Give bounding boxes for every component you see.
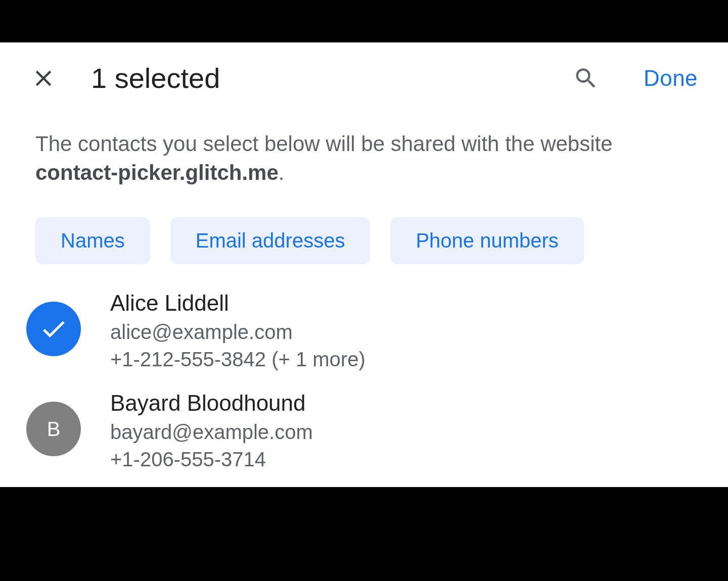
close-icon[interactable] [30, 65, 57, 91]
property-chips: Names Email addresses Phone numbers [0, 187, 728, 264]
chip-names[interactable]: Names [35, 217, 150, 264]
avatar-selected [26, 302, 81, 356]
contact-info: Bayard Bloodhound bayard@example.com +1-… [110, 391, 313, 472]
search-icon[interactable] [573, 65, 599, 91]
contact-info: Alice Liddell alice@example.com +1-212-5… [110, 290, 366, 372]
selection-count-title: 1 selected [91, 62, 549, 94]
done-button[interactable]: Done [644, 66, 698, 91]
contact-email: alice@example.com [110, 319, 366, 345]
contact-name: Bayard Bloodhound [110, 391, 313, 416]
contact-row[interactable]: B Bayard Bloodhound bayard@example.com +… [26, 391, 693, 487]
chip-phone-numbers[interactable]: Phone numbers [390, 217, 583, 264]
contact-row[interactable]: Alice Liddell alice@example.com +1-212-5… [26, 290, 693, 391]
avatar-initial: B [26, 402, 81, 456]
explain-prefix: The contacts you select below will be sh… [35, 132, 613, 156]
avatar-letter: B [47, 418, 61, 441]
contact-phone: +1-206-555-3714 [110, 446, 313, 472]
contact-email: bayard@example.com [110, 419, 313, 445]
share-explanation: The contacts you select below will be sh… [0, 94, 728, 187]
header: 1 selected Done [0, 42, 728, 94]
check-icon [39, 314, 68, 344]
explain-website: contact-picker.glitch.me [35, 161, 279, 184]
contact-phone: +1-212-555-3842 (+ 1 more) [110, 346, 366, 372]
letterbox-bottom [0, 487, 728, 581]
explain-suffix: . [279, 161, 285, 184]
contact-list: Alice Liddell alice@example.com +1-212-5… [0, 264, 728, 487]
chip-email-addresses[interactable]: Email addresses [170, 217, 371, 264]
contact-picker-sheet: 1 selected Done The contacts you select … [0, 42, 728, 487]
letterbox-top [0, 0, 728, 42]
contact-name: Alice Liddell [110, 290, 366, 316]
